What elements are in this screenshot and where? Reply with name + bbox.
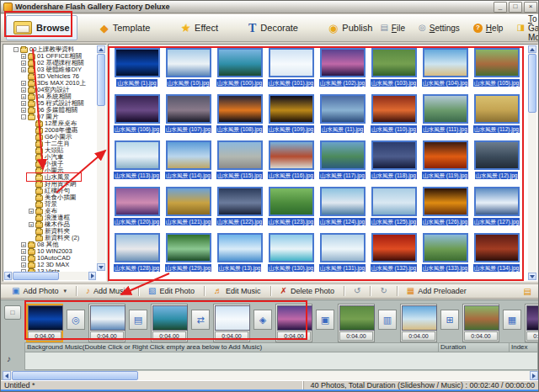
photo-thumb[interactable]: 山水風景 (121).jpg [163, 187, 214, 233]
add-photo-button[interactable]: ▣Add Photo▾ [9, 286, 69, 296]
photo-thumb[interactable]: 山水風景 (100).jpg [214, 48, 265, 94]
tree-hscrollbar[interactable] [4, 272, 96, 280]
transition-button[interactable]: ⊞ [440, 310, 459, 330]
expand-plus-icon[interactable]: + [21, 108, 26, 113]
expand-plus-icon[interactable]: + [21, 54, 26, 59]
timeline-photo-selected[interactable]: 0:04.00 [26, 304, 63, 342]
photo-thumb[interactable]: 山水風景 (129).jpg [163, 233, 214, 279]
scroll-right-icon[interactable] [530, 371, 538, 380]
photo-thumb[interactable]: 山水風景 (123).jpg [265, 187, 317, 233]
timeline-hscroll-thumb[interactable] [12, 371, 138, 380]
scroll-down-icon[interactable] [97, 263, 105, 271]
music-track-area[interactable] [24, 352, 538, 370]
photo-thumb[interactable]: 山水風景 (122).jpg [214, 187, 265, 233]
chevron-down-icon[interactable]: ▾ [64, 288, 67, 294]
photo-thumb[interactable]: 山水風景 (134).jpg [471, 233, 522, 279]
photo-thumb[interactable]: 山水風景 (110).jpg [368, 94, 419, 140]
expand-plus-icon[interactable]: + [21, 242, 26, 247]
photo-thumb[interactable]: 山水風景 (115).jpg [214, 140, 265, 187]
expand-plus-icon[interactable]: + [21, 94, 26, 99]
photo-thumb[interactable]: 山水風景 (11).jpg [317, 94, 368, 140]
photo-thumb[interactable]: 山水風景 (114).jpg [163, 140, 214, 187]
photo-thumb[interactable]: 山水風景 (119).jpg [419, 140, 471, 187]
photo-thumb[interactable]: 山水風景 (101).jpg [265, 48, 317, 94]
photo-thumb[interactable]: 山水風景 (1).jpg [111, 48, 163, 94]
file-button[interactable]: ▤File [380, 24, 405, 33]
scroll-down-icon[interactable] [528, 273, 536, 280]
scroll-right-icon[interactable] [88, 272, 96, 280]
add-music-button[interactable]: ♪Add Music [83, 286, 131, 296]
expand-plus-icon[interactable]: + [21, 87, 26, 93]
photo-thumb[interactable]: 山水風景 (104).jpg [419, 48, 471, 94]
photo-thumb[interactable]: 山水風景 (113).jpg [111, 140, 163, 187]
expand-plus-icon[interactable]: + [29, 209, 34, 214]
photo-thumb[interactable]: 山水風景 (107).jpg [163, 94, 214, 140]
maximize-button[interactable]: □ [509, 2, 522, 13]
expand-plus-icon[interactable]: + [21, 81, 26, 86]
photo-thumb[interactable]: 山水風景 (128).jpg [111, 233, 163, 279]
music-track-header[interactable]: Background Music(Double Click or Right C… [24, 342, 538, 352]
photo-thumb[interactable]: 山水風景 (105).jpg [471, 48, 522, 94]
photo-thumb[interactable]: 山水風景 (12).jpg [471, 140, 522, 187]
scroll-up-icon[interactable] [528, 45, 536, 53]
delete-photo-button[interactable]: ✗Delete Photo [278, 286, 337, 296]
timeline-photo[interactable]: 0:04.00 [462, 304, 499, 342]
photo-thumb[interactable]: 山水風景 (124).jpg [317, 187, 368, 233]
expand-plus-icon[interactable]: + [21, 262, 26, 268]
photo-thumb[interactable]: 山水風景 (111).jpg [419, 94, 471, 140]
tree-vscrollbar[interactable] [97, 45, 105, 271]
transition-button[interactable]: ◎ [67, 310, 85, 330]
timeline-photo[interactable]: 0:04.00 [275, 304, 312, 342]
collapse-minus-icon[interactable]: - [21, 114, 26, 119]
mode-tab-template[interactable]: ◆Template [93, 15, 158, 40]
photo-thumb[interactable]: 山水風景 (130).jpg [265, 233, 317, 279]
scroll-up-icon[interactable] [97, 45, 105, 53]
scroll-left-icon[interactable] [4, 272, 12, 280]
photo-thumb[interactable]: 山水風景 (13).jpg [214, 233, 265, 279]
mode-tab-decorate[interactable]: TDecorate [241, 15, 306, 40]
expand-plus-icon[interactable]: + [21, 61, 26, 66]
timeline-photo[interactable]: 0:04.00 [88, 304, 125, 342]
close-button[interactable]: × [524, 2, 537, 13]
photo-thumb[interactable]: 山水風景 (131).jpg [317, 233, 368, 279]
photo-thumb[interactable]: 山水風景 (116).jpg [265, 140, 317, 187]
timeline-photo[interactable]: 0:04.00 [400, 304, 437, 342]
photo-thumb[interactable]: 山水風景 (126).jpg [419, 187, 471, 233]
preview-monitor-icon[interactable]: □ [4, 305, 21, 320]
photo-thumb[interactable]: 山水風景 (117).jpg [317, 140, 368, 187]
transition-button[interactable]: ▦ [503, 310, 521, 330]
photo-thumb[interactable]: 山水風景 (133).jpg [419, 233, 471, 279]
photo-thumb[interactable]: 山水風景 (112).jpg [471, 94, 522, 140]
expand-plus-icon[interactable]: + [21, 101, 26, 106]
add-preloader-button[interactable]: ▦Add Preloader [404, 286, 469, 296]
help-button[interactable]: ?Help [473, 24, 504, 33]
transition-button[interactable]: ▥ [378, 310, 397, 330]
timeline-hscrollbar[interactable] [3, 371, 538, 380]
settings-button[interactable]: ◎Settings [419, 24, 460, 33]
collapse-minus-icon[interactable]: - [13, 47, 19, 52]
photo-thumb[interactable]: 山水風景 (118).jpg [368, 140, 419, 187]
edit-photo-button[interactable]: ▧Edit Photo [146, 286, 197, 296]
grid-vscroll-thumb[interactable] [528, 54, 536, 113]
tree-vscroll-thumb[interactable] [97, 54, 105, 106]
edit-music-button[interactable]: ♬Edit Music [211, 286, 264, 296]
expand-plus-icon[interactable]: + [21, 249, 26, 254]
photo-thumb[interactable]: 山水風景 (10).jpg [163, 48, 214, 94]
timeline-photo[interactable]: 0:04.00 [213, 304, 250, 342]
photo-thumb[interactable]: 山水風景 (132).jpg [368, 233, 419, 279]
timeline-photo[interactable]: 0:04.00 [525, 304, 539, 342]
grid-vscrollbar[interactable] [528, 45, 536, 280]
mode-tab-browse[interactable]: Browse [6, 15, 77, 40]
photo-thumb[interactable]: 山水風景 (109).jpg [265, 94, 317, 140]
mode-tab-publish[interactable]: ◉Publish [321, 15, 380, 40]
photo-thumb[interactable]: 山水風景 (108).jpg [214, 94, 265, 140]
transition-button[interactable]: ▤ [129, 310, 147, 330]
music-track-hint[interactable]: Background Music(Double Click or Right C… [24, 342, 439, 352]
timeline-photo[interactable]: 0:04.00 [151, 304, 188, 342]
photo-thumb[interactable]: 山水風景 (102).jpg [317, 48, 368, 94]
gallery-mode-button[interactable]: ◨To Gallery Mode [516, 14, 539, 42]
transition-button[interactable]: ▣ [316, 310, 334, 330]
scroll-left-icon[interactable] [3, 371, 11, 380]
timeline-photo[interactable]: 0:04.00 [338, 304, 375, 342]
expand-plus-icon[interactable]: + [29, 222, 34, 227]
